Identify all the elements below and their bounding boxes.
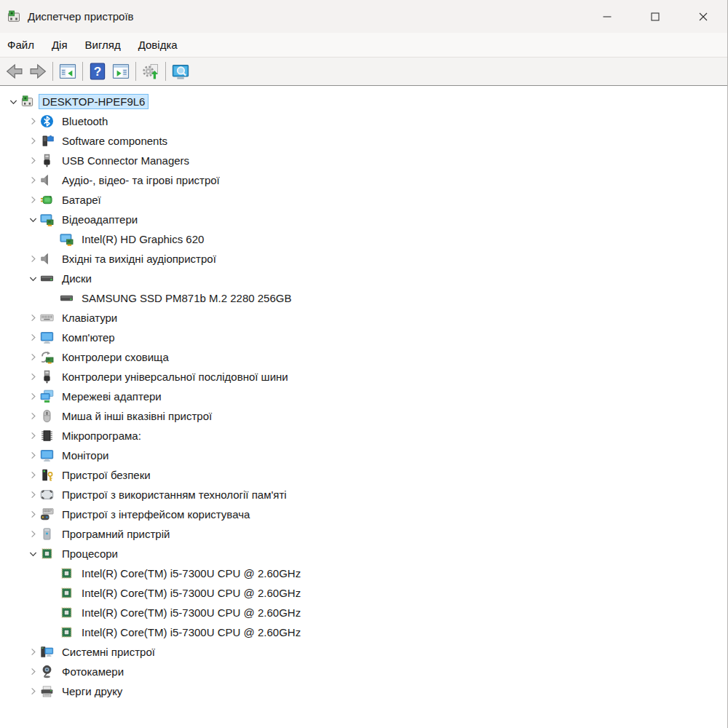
- tree-row[interactable]: USB Connector Managers: [0, 151, 727, 170]
- tree-row[interactable]: Intel(R) Core(TM) i5-7300U CPU @ 2.60GHz: [0, 603, 727, 622]
- tree-item-label[interactable]: Монітори: [59, 448, 111, 462]
- tree-item-label[interactable]: Батареї: [59, 193, 104, 207]
- chevron-collapsed-icon[interactable]: [25, 371, 40, 384]
- tree-item-label[interactable]: Мікропрограма:: [59, 429, 144, 443]
- chevron-collapsed-icon[interactable]: [25, 508, 40, 521]
- tree-row[interactable]: Bluetooth: [0, 111, 727, 131]
- tree-row[interactable]: Контролери сховища: [0, 347, 727, 367]
- tree-item-label[interactable]: Bluetooth: [59, 114, 111, 128]
- tree-row[interactable]: Програмний пристрій: [0, 524, 727, 544]
- tree-item-label[interactable]: Програмний пристрій: [59, 527, 173, 541]
- menu-file[interactable]: Файл: [7, 39, 43, 51]
- chevron-collapsed-icon[interactable]: [25, 194, 40, 207]
- tree-item-label[interactable]: DESKTOP-HPEF9L6: [39, 95, 148, 108]
- tree-item-label[interactable]: Фотокамери: [59, 665, 127, 678]
- tree-row[interactable]: Аудіо-, відео- та ігрові пристрої: [0, 170, 727, 190]
- chevron-collapsed-icon[interactable]: [25, 115, 40, 128]
- tree-row[interactable]: DESKTOP-HPEF9L6: [0, 92, 727, 111]
- tree-item-label[interactable]: Миша й інші вказівні пристрої: [59, 409, 215, 423]
- menu-help[interactable]: Довідка: [130, 39, 186, 51]
- tree-item-label[interactable]: Процесори: [59, 547, 121, 561]
- tree-item-label[interactable]: Software components: [59, 134, 170, 148]
- help-button[interactable]: ?: [86, 60, 109, 82]
- properties-button[interactable]: [109, 60, 132, 82]
- close-button[interactable]: [679, 0, 727, 33]
- chevron-expanded-icon[interactable]: [25, 213, 40, 226]
- tree-item-label[interactable]: Клавіатури: [59, 311, 120, 325]
- tree-row[interactable]: Пристрої з використанням технології пам'…: [0, 485, 727, 505]
- chevron-collapsed-icon[interactable]: [25, 469, 40, 482]
- tree-row[interactable]: Диски: [0, 269, 727, 288]
- chevron-collapsed-icon[interactable]: [25, 312, 40, 325]
- tree-row[interactable]: Intel(R) Core(TM) i5-7300U CPU @ 2.60GHz: [0, 563, 727, 583]
- chevron-collapsed-icon[interactable]: [25, 646, 40, 659]
- chevron-collapsed-icon[interactable]: [25, 430, 40, 443]
- tree-row[interactable]: Вхідні та вихідні аудіопристрої: [0, 249, 727, 269]
- tree-item-label[interactable]: Intel(R) Core(TM) i5-7300U CPU @ 2.60GHz: [79, 625, 304, 639]
- tree-row[interactable]: Мікропрограма:: [0, 426, 727, 446]
- chevron-expanded-icon[interactable]: [25, 547, 40, 561]
- tree-row[interactable]: Контролери універсальної послідовної шин…: [0, 367, 727, 387]
- menu-action[interactable]: Дія: [43, 39, 76, 51]
- tree-row[interactable]: Мережеві адаптери: [0, 387, 727, 406]
- chevron-collapsed-icon[interactable]: [25, 351, 40, 364]
- chevron-collapsed-icon[interactable]: [25, 331, 40, 344]
- tree-row[interactable]: Комп'ютер: [0, 328, 727, 347]
- chevron-expanded-icon[interactable]: [6, 95, 20, 108]
- tree-row[interactable]: Intel(R) HD Graphics 620: [0, 229, 727, 249]
- tree-row[interactable]: Intel(R) Core(TM) i5-7300U CPU @ 2.60GHz: [0, 583, 727, 603]
- tree-row[interactable]: SAMSUNG SSD PM871b M.2 2280 256GB: [0, 288, 727, 308]
- forward-button[interactable]: [26, 60, 50, 82]
- tree-row[interactable]: Intel(R) Core(TM) i5-7300U CPU @ 2.60GHz: [0, 622, 727, 642]
- tree-row[interactable]: Системні пристрої: [0, 642, 727, 662]
- tree-row[interactable]: Відеоадаптери: [0, 210, 727, 229]
- chevron-collapsed-icon[interactable]: [25, 449, 40, 462]
- tree-item-label[interactable]: Контролери універсальної послідовної шин…: [59, 370, 291, 384]
- chevron-collapsed-icon[interactable]: [25, 390, 40, 403]
- tree-row[interactable]: Пристрої з інтерфейсом користувача: [0, 505, 727, 524]
- tree-row[interactable]: Software components: [0, 131, 727, 151]
- tree-item-label[interactable]: Комп'ютер: [59, 331, 118, 344]
- minimize-button[interactable]: [583, 0, 631, 33]
- back-button[interactable]: [3, 60, 26, 82]
- tree-item-label[interactable]: USB Connector Managers: [59, 154, 192, 167]
- tree-row[interactable]: Пристрої безпеки: [0, 465, 727, 485]
- tree-item-label[interactable]: Intel(R) Core(TM) i5-7300U CPU @ 2.60GHz: [79, 586, 304, 600]
- menu-view[interactable]: Вигляд: [76, 39, 130, 51]
- tree-item-label[interactable]: Системні пристрої: [59, 645, 158, 659]
- tree-row[interactable]: Монітори: [0, 446, 727, 465]
- chevron-collapsed-icon[interactable]: [25, 253, 40, 266]
- tree-row[interactable]: Черги друку: [0, 681, 727, 701]
- chevron-collapsed-icon[interactable]: [25, 528, 40, 541]
- tree-item-label[interactable]: Черги друку: [59, 684, 125, 698]
- maximize-button[interactable]: [631, 0, 679, 33]
- chevron-collapsed-icon[interactable]: [25, 685, 40, 698]
- chevron-collapsed-icon[interactable]: [25, 488, 40, 502]
- chevron-collapsed-icon[interactable]: [25, 154, 40, 167]
- chevron-collapsed-icon[interactable]: [25, 410, 40, 423]
- show-console-tree-button[interactable]: [56, 60, 79, 82]
- tree-item-label[interactable]: Пристрої безпеки: [59, 468, 154, 482]
- tree-item-label[interactable]: Intel(R) Core(TM) i5-7300U CPU @ 2.60GHz: [79, 606, 304, 620]
- tree-item-label[interactable]: Intel(R) HD Graphics 620: [79, 232, 207, 246]
- tree-item-label[interactable]: Аудіо-, відео- та ігрові пристрої: [59, 173, 223, 187]
- tree-row[interactable]: Процесори: [0, 544, 727, 563]
- chevron-collapsed-icon[interactable]: [25, 135, 40, 148]
- scan-hardware-changes-button[interactable]: [139, 60, 162, 82]
- tree-row[interactable]: Фотокамери: [0, 662, 727, 681]
- tree-row[interactable]: Батареї: [0, 190, 727, 210]
- tree-item-label[interactable]: Мережеві адаптери: [59, 389, 165, 403]
- tree-item-label[interactable]: Вхідні та вихідні аудіопристрої: [59, 252, 219, 266]
- tree-item-label[interactable]: SAMSUNG SSD PM871b M.2 2280 256GB: [79, 291, 294, 305]
- tree-item-label[interactable]: Контролери сховища: [59, 350, 172, 364]
- tree-item-label[interactable]: Пристрої з використанням технології пам'…: [59, 488, 290, 502]
- tree-row[interactable]: Клавіатури: [0, 308, 727, 328]
- remote-computer-search-button[interactable]: [169, 60, 192, 82]
- tree-row[interactable]: Миша й інші вказівні пристрої: [0, 406, 727, 426]
- tree-item-label[interactable]: Пристрої з інтерфейсом користувача: [59, 507, 253, 521]
- chevron-collapsed-icon[interactable]: [25, 174, 40, 187]
- tree-item-label[interactable]: Intel(R) Core(TM) i5-7300U CPU @ 2.60GHz: [79, 566, 304, 580]
- chevron-expanded-icon[interactable]: [25, 272, 40, 285]
- tree-item-label[interactable]: Відеоадаптери: [59, 213, 141, 226]
- tree-item-label[interactable]: Диски: [59, 272, 95, 285]
